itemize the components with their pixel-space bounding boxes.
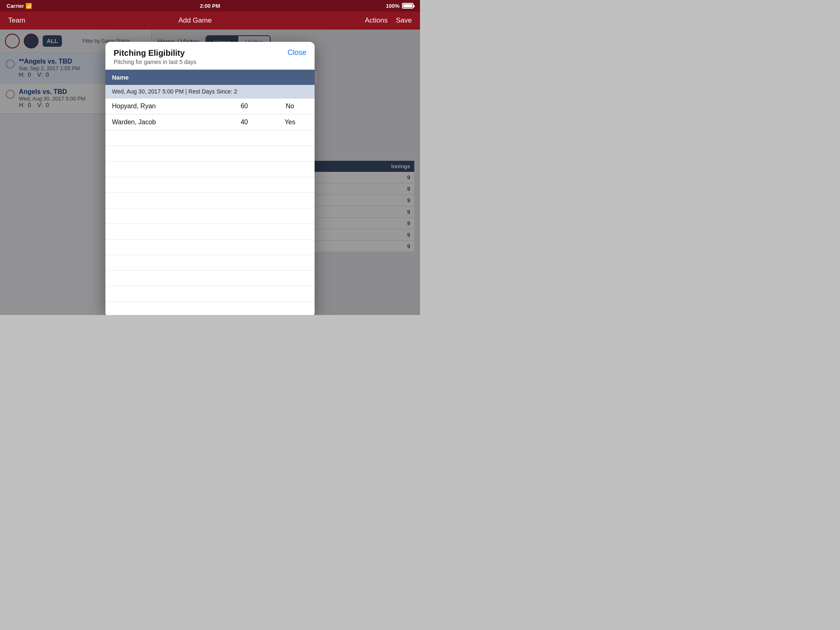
battery-icon — [402, 3, 413, 9]
modal-header: Pitching Eligibility Pitching for games … — [105, 42, 315, 70]
modal-empty-row — [105, 240, 315, 255]
modal-empty-row — [105, 255, 315, 271]
carrier-label: Carrier 📶 — [7, 3, 32, 9]
modal-player-row: Hopyard, Ryan 60 No — [105, 98, 315, 114]
modal-empty-row — [105, 224, 315, 240]
modal-player-row: Warden, Jacob 40 Yes — [105, 114, 315, 130]
modal-empty-row — [105, 146, 315, 162]
modal-date-cell: Wed, Aug 30, 2017 5:00 PM | Rest Days Si… — [105, 85, 315, 98]
add-game-button[interactable]: Add Game — [178, 16, 212, 25]
modal-table: Name Wed, Aug 30, 2017 5:00 PM | Rest Da… — [105, 70, 315, 315]
save-button[interactable]: Save — [396, 16, 412, 25]
pitching-eligibility-modal: Pitching Eligibility Pitching for games … — [105, 42, 315, 315]
modal-empty-row — [105, 208, 315, 224]
wifi-icon: 📶 — [25, 3, 32, 9]
modal-eligible-header — [265, 70, 315, 85]
modal-empty-row — [105, 162, 315, 177]
modal-empty-row — [105, 177, 315, 193]
modal-empty-row — [105, 302, 315, 315]
player-pitches: 60 — [223, 98, 265, 114]
modal-date-row: Wed, Aug 30, 2017 5:00 PM | Rest Days Si… — [105, 85, 315, 98]
battery-section: 100% — [386, 3, 413, 9]
time-display: 2:00 PM — [200, 3, 220, 9]
modal-overlay: Pitching Eligibility Pitching for games … — [0, 30, 420, 315]
status-bar: Carrier 📶 2:00 PM 100% — [0, 0, 420, 11]
modal-empty-row — [105, 286, 315, 302]
actions-button[interactable]: Actions — [365, 16, 388, 25]
team-button[interactable]: Team — [8, 16, 25, 25]
player-eligible: Yes — [265, 114, 315, 130]
modal-empty-row — [105, 193, 315, 208]
main-content: ALL Filter by Game Status **Angels vs. T… — [0, 30, 420, 315]
modal-close-button[interactable]: Close — [288, 48, 306, 57]
modal-subtitle: Pitching for games in last 5 days — [114, 59, 196, 65]
player-pitches: 40 — [223, 114, 265, 130]
modal-pitches-header — [223, 70, 265, 85]
modal-empty-row — [105, 130, 315, 146]
player-eligible: No — [265, 98, 315, 114]
player-name: Warden, Jacob — [105, 114, 223, 130]
player-name: Hopyard, Ryan — [105, 98, 223, 114]
modal-title-block: Pitching Eligibility Pitching for games … — [114, 48, 196, 65]
nav-bar: Team Add Game Actions Save — [0, 11, 420, 30]
modal-empty-row — [105, 271, 315, 286]
modal-name-header: Name — [105, 70, 223, 85]
modal-title: Pitching Eligibility — [114, 48, 196, 58]
battery-percent: 100% — [386, 3, 399, 9]
